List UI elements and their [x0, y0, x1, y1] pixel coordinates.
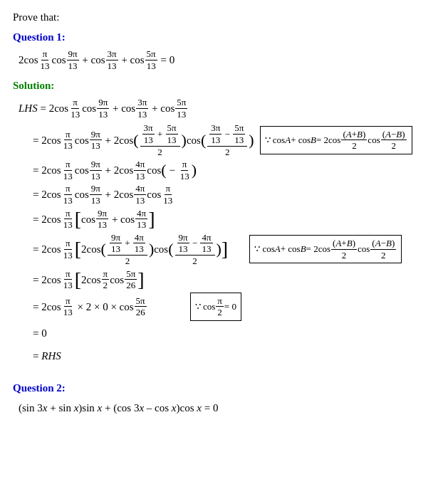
solution-label: Solution:	[13, 77, 435, 94]
solution-steps: LHS = 2cos π13 cos 9π13 + cos 3π13 + cos…	[19, 97, 435, 367]
question2-equation: (sin 3x + sin x)sin x + (cos 3x – cos x)…	[19, 399, 435, 416]
question1-label: Question 1:	[13, 28, 435, 46]
question2-label: Question 2:	[13, 379, 435, 396]
question1-equation: 2cos π13 cos 9π13 + cos 3π13 + cos 5π13 …	[19, 48, 435, 71]
prove-that-text: Prove that:	[13, 9, 435, 26]
page-content: Prove that: Question 1: 2cos π13 cos 9π1…	[13, 9, 435, 416]
